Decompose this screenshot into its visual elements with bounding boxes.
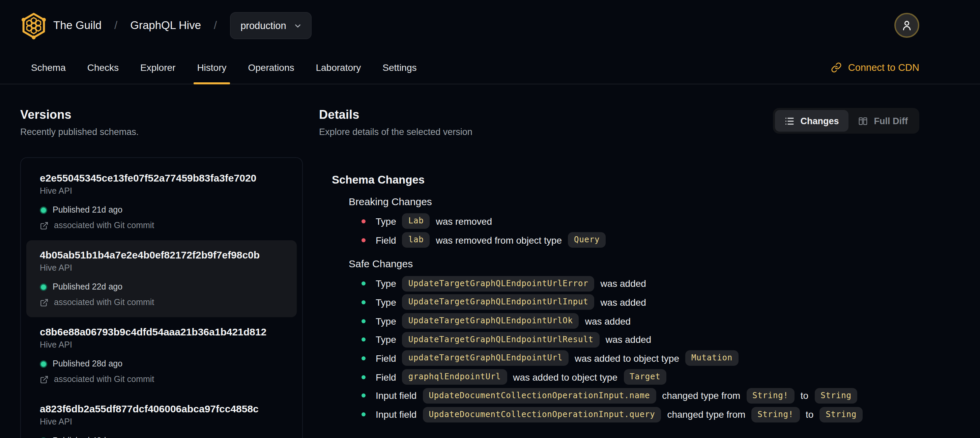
details-header: Details Explore details of the selected … — [319, 84, 919, 137]
schema-changes-sections: Breaking ChangesTypeLabwas removedFieldl… — [319, 196, 919, 424]
version-hash: c8b6e88a06793b9c4dfd54aaa21b36a1b421d812 — [40, 326, 283, 338]
list-icon — [784, 116, 794, 126]
breadcrumb-project[interactable]: GraphQL Hive — [130, 19, 201, 32]
git-commit-link[interactable]: associated with Git commit — [40, 374, 283, 385]
code-badge: String — [819, 407, 863, 422]
safe-bullet-icon — [361, 300, 366, 304]
breaking-changes-list: TypeLabwas removedFieldlabwas removed fr… — [319, 212, 919, 249]
changes-view-button[interactable]: Changes — [775, 110, 848, 132]
change-text: was added to object type — [513, 371, 617, 382]
version-hash: e2e55045345ce13fe07f52a77459b83fa3fe7020 — [40, 172, 283, 184]
git-commit-label: associated with Git commit — [54, 298, 154, 308]
user-menu-button[interactable] — [894, 13, 919, 38]
published-dot — [40, 284, 47, 291]
breaking-bullet-icon — [361, 238, 366, 242]
code-badge: String! — [746, 388, 794, 404]
change-row: Input fieldUpdateDocumentCollectionOpera… — [361, 405, 919, 424]
target-selector-value: production — [240, 20, 286, 31]
breadcrumb-separator: / — [115, 19, 117, 32]
tab-settings[interactable]: Settings — [372, 51, 427, 84]
change-text: was removed — [436, 216, 492, 227]
code-badge: Target — [624, 369, 667, 385]
versions-panel: Versions Recently published schemas. e2e… — [20, 84, 303, 438]
target-selector[interactable]: production — [230, 12, 312, 39]
tab-label: History — [197, 62, 226, 73]
breaking-changes-title: Breaking Changes — [349, 196, 919, 208]
version-card[interactable]: a823f6db2a55df877dcf406006abca97fcc4858c… — [26, 394, 297, 438]
external-link-icon — [40, 298, 49, 307]
breadcrumb: The Guild / GraphQL Hive / production — [53, 12, 312, 39]
details-title: Details — [319, 108, 473, 122]
change-text: was added — [600, 297, 646, 308]
change-text: Type — [375, 315, 396, 326]
connect-to-cdn-link[interactable]: Connect to CDN — [831, 62, 919, 73]
git-commit-link[interactable]: associated with Git commit — [40, 298, 283, 308]
main-content: Versions Recently published schemas. e2e… — [0, 84, 980, 438]
version-service: Hive API — [40, 186, 283, 196]
change-row: TypeUpdateTargetGraphQLEndpointUrlInputw… — [361, 293, 919, 311]
tab-history[interactable]: History — [186, 51, 237, 84]
chevron-down-icon — [294, 22, 302, 30]
details-panel: Details Explore details of the selected … — [303, 84, 919, 424]
change-row: TypeUpdateTargetGraphQLEndpointUrlErrorw… — [361, 274, 919, 293]
tab-operations[interactable]: Operations — [237, 51, 305, 84]
change-text: Type — [375, 216, 396, 227]
change-text: changed type from — [662, 390, 740, 401]
tab-label: Settings — [382, 62, 417, 73]
change-text: Input field — [375, 390, 417, 401]
version-published: Published 22d ago — [40, 282, 283, 292]
version-card[interactable]: 4b05ab51b1b4a7e2e4b0ef82172f2b9f7ef98c0b… — [26, 240, 297, 317]
app-root: The Guild / GraphQL Hive / production Sc… — [0, 0, 980, 438]
published-dot — [40, 360, 47, 368]
code-badge: graphqlEndpointUrl — [402, 369, 507, 385]
safe-bullet-icon — [361, 319, 366, 323]
published-label: Published 40d ago — [52, 436, 123, 438]
code-badge: UpdateDocumentCollectionOperationInput.q… — [423, 407, 661, 422]
tab-bar: SchemaChecksExplorerHistoryOperationsLab… — [0, 51, 980, 84]
code-badge: Mutation — [685, 350, 738, 366]
code-badge: String — [815, 388, 858, 404]
change-row: FieldgraphqlEndpointUrlwas added to obje… — [361, 368, 919, 386]
change-text: to — [800, 390, 808, 401]
tab-explorer[interactable]: Explorer — [129, 51, 186, 84]
change-text: was added to object type — [574, 353, 679, 364]
version-card[interactable]: e2e55045345ce13fe07f52a77459b83fa3fe7020… — [26, 163, 297, 240]
details-heading-group: Details Explore details of the selected … — [319, 84, 473, 137]
version-published: Published 28d ago — [40, 359, 283, 369]
tab-checks[interactable]: Checks — [76, 51, 129, 84]
change-row: TypeUpdateTargetGraphQLEndpointUrlOkwas … — [361, 312, 919, 330]
tab-schema[interactable]: Schema — [20, 51, 76, 84]
change-text: Field — [375, 234, 396, 245]
change-text: changed type from — [667, 409, 745, 420]
safe-changes-title: Safe Changes — [349, 258, 919, 270]
version-hash: a823f6db2a55df877dcf406006abca97fcc4858c — [40, 403, 283, 415]
change-row: Fieldlabwas removed from object typeQuer… — [361, 231, 919, 249]
link-icon — [831, 62, 842, 73]
git-commit-label: associated with Git commit — [54, 221, 154, 231]
schema-changes-title: Schema Changes — [332, 173, 919, 186]
change-text: Field — [375, 353, 396, 364]
tab-laboratory[interactable]: Laboratory — [305, 51, 372, 84]
external-link-icon — [40, 375, 49, 384]
safe-bullet-icon — [361, 282, 366, 285]
view-toggle: ChangesFull Diff — [773, 108, 919, 134]
external-link-icon — [40, 221, 49, 230]
change-text: Field — [375, 371, 396, 382]
code-badge: UpdateTargetGraphQLEndpointUrlInput — [402, 295, 595, 310]
version-list: e2e55045345ce13fe07f52a77459b83fa3fe7020… — [20, 157, 303, 438]
hive-logo[interactable] — [20, 10, 47, 41]
code-badge: Query — [568, 232, 606, 248]
version-card[interactable]: c8b6e88a06793b9c4dfd54aaa21b36a1b421d812… — [26, 317, 297, 394]
code-badge: updateTargetGraphQLEndpointUrl — [402, 350, 569, 366]
git-commit-link[interactable]: associated with Git commit — [40, 221, 283, 231]
breadcrumb-org[interactable]: The Guild — [53, 19, 102, 32]
toggle-label: Changes — [800, 116, 839, 126]
code-badge: String! — [751, 407, 800, 422]
breadcrumb-separator: / — [214, 19, 217, 32]
version-hash: 4b05ab51b1b4a7e2e4b0ef82172f2b9f7ef98c0b — [40, 249, 283, 261]
full-diff-view-button[interactable]: Full Diff — [848, 110, 918, 132]
safe-bullet-icon — [361, 356, 366, 360]
tab-label: Schema — [31, 62, 66, 73]
change-text: Input field — [375, 409, 417, 420]
change-row: TypeUpdateTargetGraphQLEndpointUrlResult… — [361, 330, 919, 349]
